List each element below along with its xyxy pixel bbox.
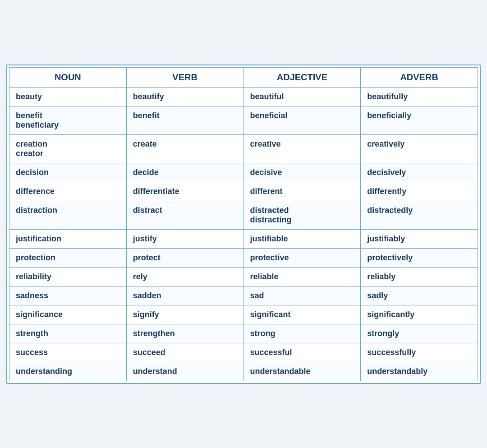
table-cell: significance xyxy=(9,305,127,324)
table-cell: reliability xyxy=(9,267,127,286)
table-cell: distracteddistracting xyxy=(244,201,361,229)
table-cell: distraction xyxy=(9,201,127,229)
table-row: successsucceedsuccessfulsuccessfully xyxy=(9,343,478,362)
table-row: distractiondistractdistracteddistracting… xyxy=(9,201,478,229)
table-cell: justifiably xyxy=(361,229,478,248)
table-cell: distract xyxy=(126,201,244,229)
table-cell: differentiate xyxy=(126,182,244,201)
table-cell: decision xyxy=(9,163,127,182)
table-cell: understanding xyxy=(9,362,127,381)
table-cell: reliable xyxy=(244,267,361,286)
table-cell: beautify xyxy=(126,87,244,106)
table-cell: beauty xyxy=(9,87,127,106)
table-cell: creative xyxy=(244,134,361,163)
word-forms-table: NOUN VERB ADJECTIVE ADVERB beautybeautif… xyxy=(9,67,478,381)
table-row: sadnesssaddensadsadly xyxy=(9,286,478,305)
header-noun: NOUN xyxy=(9,67,127,87)
table-cell: strengthen xyxy=(126,324,244,343)
table-cell: strength xyxy=(9,324,127,343)
table-cell: understandable xyxy=(244,362,361,381)
table-cell: creatively xyxy=(361,134,478,163)
table-cell: sadly xyxy=(361,286,478,305)
table-cell: beautiful xyxy=(244,87,361,106)
table-row: justificationjustifyjustifiablejustifiab… xyxy=(9,229,478,248)
table-row: strengthstrengthenstrongstrongly xyxy=(9,324,478,343)
table-cell: sadden xyxy=(126,286,244,305)
table-cell: understand xyxy=(126,362,244,381)
table-row: decisiondecidedecisivedecisively xyxy=(9,163,478,182)
header-verb: VERB xyxy=(126,67,244,87)
table-cell: difference xyxy=(9,182,127,201)
table-row: significancesignifysignificantsignifican… xyxy=(9,305,478,324)
table-cell: justify xyxy=(126,229,244,248)
table-cell: creationcreator xyxy=(9,134,127,163)
table-cell: justifiable xyxy=(244,229,361,248)
table-cell: beautifully xyxy=(361,87,478,106)
table-cell: benefitbeneficiary xyxy=(9,106,127,134)
table-cell: distractedly xyxy=(361,201,478,229)
table-row: understandingunderstandunderstandableund… xyxy=(9,362,478,381)
table-row: protectionprotectprotectiveprotectively xyxy=(9,248,478,267)
table-cell: reliably xyxy=(361,267,478,286)
header-adjective: ADJECTIVE xyxy=(244,67,361,87)
table-cell: understandably xyxy=(361,362,478,381)
table-cell: strong xyxy=(244,324,361,343)
table-row: creationcreatorcreatecreativecreatively xyxy=(9,134,478,163)
header-row: NOUN VERB ADJECTIVE ADVERB xyxy=(9,67,478,87)
table-cell: beneficially xyxy=(361,106,478,134)
table-cell: protectively xyxy=(361,248,478,267)
table-cell: sad xyxy=(244,286,361,305)
table-cell: decisively xyxy=(361,163,478,182)
table-cell: benefit xyxy=(126,106,244,134)
word-forms-table-wrapper: NOUN VERB ADJECTIVE ADVERB beautybeautif… xyxy=(6,65,481,384)
table-cell: rely xyxy=(126,267,244,286)
table-cell: protective xyxy=(244,248,361,267)
table-cell: succeed xyxy=(126,343,244,362)
table-cell: protection xyxy=(9,248,127,267)
table-cell: significant xyxy=(244,305,361,324)
table-row: reliabilityrelyreliablereliably xyxy=(9,267,478,286)
table-row: beautybeautifybeautifulbeautifully xyxy=(9,87,478,106)
table-cell: signify xyxy=(126,305,244,324)
table-cell: decisive xyxy=(244,163,361,182)
table-cell: create xyxy=(126,134,244,163)
table-cell: strongly xyxy=(361,324,478,343)
table-cell: differently xyxy=(361,182,478,201)
table-cell: justification xyxy=(9,229,127,248)
table-row: differencedifferentiatedifferentdifferen… xyxy=(9,182,478,201)
table-cell: successful xyxy=(244,343,361,362)
table-cell: successfully xyxy=(361,343,478,362)
table-cell: protect xyxy=(126,248,244,267)
table-cell: significantly xyxy=(361,305,478,324)
table-cell: decide xyxy=(126,163,244,182)
table-cell: sadness xyxy=(9,286,127,305)
table-body: beautybeautifybeautifulbeautifullybenefi… xyxy=(9,87,478,381)
table-cell: success xyxy=(9,343,127,362)
header-adverb: ADVERB xyxy=(361,67,478,87)
table-cell: different xyxy=(244,182,361,201)
table-row: benefitbeneficiarybenefitbeneficialbenef… xyxy=(9,106,478,134)
table-cell: beneficial xyxy=(244,106,361,134)
